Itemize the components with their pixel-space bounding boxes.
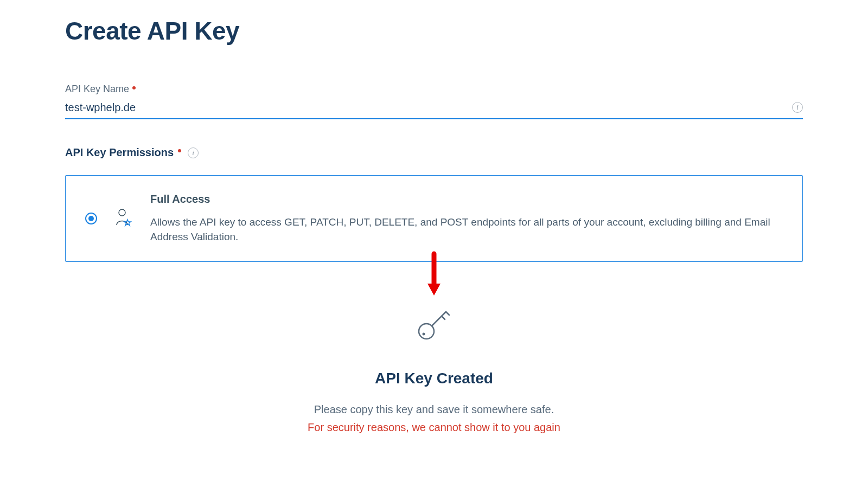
api-key-name-label: API Key Name xyxy=(65,84,803,95)
key-created-message: Please copy this key and save it somewhe… xyxy=(65,403,803,416)
svg-line-6 xyxy=(442,316,445,319)
permission-text-block: Full Access Allows the API key to access… xyxy=(150,193,783,244)
radio-button[interactable] xyxy=(85,213,97,224)
key-created-warning: For security reasons, we cannot show it … xyxy=(65,421,803,434)
info-icon[interactable] xyxy=(792,102,803,113)
permission-description: Allows the API key to access GET, PATCH,… xyxy=(150,215,783,244)
radio-selected-icon xyxy=(88,216,94,221)
svg-line-5 xyxy=(446,312,449,315)
svg-point-0 xyxy=(119,209,125,216)
required-indicator-icon xyxy=(132,86,136,89)
page-title: Create API Key xyxy=(65,16,803,46)
info-icon[interactable] xyxy=(188,147,199,158)
required-indicator-icon xyxy=(178,149,181,152)
key-created-title: API Key Created xyxy=(65,370,803,387)
api-key-name-input[interactable] xyxy=(65,99,803,119)
arrow-down-icon xyxy=(65,251,803,300)
permissions-section-header: API Key Permissions xyxy=(65,146,803,159)
permissions-label: API Key Permissions xyxy=(65,146,174,159)
permission-option-full-access[interactable]: Full Access Allows the API key to access… xyxy=(65,175,803,262)
api-key-name-field-group: API Key Name xyxy=(65,84,803,119)
permission-title: Full Access xyxy=(150,193,783,206)
key-created-section: API Key Created Please copy this key and… xyxy=(65,304,803,434)
key-icon xyxy=(414,304,454,345)
api-key-name-label-text: API Key Name xyxy=(65,84,129,95)
svg-point-3 xyxy=(423,333,425,336)
user-star-icon xyxy=(114,208,133,229)
